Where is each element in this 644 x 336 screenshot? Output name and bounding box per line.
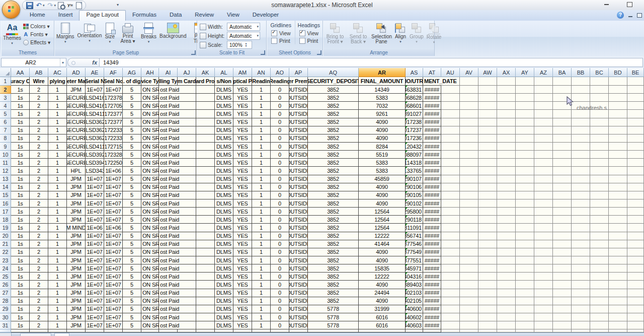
cell-AO6[interactable]: 0 (271, 118, 289, 126)
cell[interactable] (590, 118, 609, 126)
row-header-6[interactable]: 6 (0, 118, 11, 126)
cell[interactable] (441, 175, 460, 183)
cell[interactable] (572, 264, 590, 273)
fonts-button[interactable]: AFonts▾ (23, 31, 50, 38)
cell[interactable] (516, 135, 534, 143)
cell[interactable] (627, 208, 644, 216)
select-all-corner[interactable] (0, 68, 11, 77)
cell-AL25[interactable]: DLMS (215, 273, 233, 281)
cell[interactable] (478, 151, 497, 159)
cell-AQ30[interactable]: 5778 (308, 313, 359, 321)
cell-AD26[interactable]: JPM (67, 281, 86, 289)
cell[interactable] (178, 199, 196, 208)
cell[interactable] (196, 175, 215, 183)
cell-AM2[interactable]: YES (233, 86, 252, 94)
cell-AO9[interactable]: 0 (271, 143, 289, 151)
row-header-5[interactable]: 5 (0, 110, 11, 118)
cell[interactable] (627, 77, 644, 86)
cell[interactable] (441, 118, 460, 126)
cell[interactable] (590, 126, 609, 135)
column-header-AK[interactable]: AK (196, 68, 215, 77)
cell[interactable] (609, 289, 627, 297)
cell[interactable] (478, 118, 497, 126)
background-button[interactable]: Background (158, 21, 188, 39)
cell[interactable] (627, 199, 644, 208)
cell[interactable] (478, 297, 497, 305)
cell-AA13[interactable]: 1s (11, 175, 30, 183)
cell[interactable] (609, 208, 627, 216)
cell-AT12[interactable]: ##### (423, 167, 441, 175)
cell[interactable] (460, 143, 478, 151)
cell[interactable] (590, 183, 609, 191)
cell-AN7[interactable]: 1 (252, 126, 271, 135)
cell[interactable] (516, 183, 534, 191)
cell-AD18[interactable]: JPM (67, 216, 86, 224)
cell[interactable] (497, 77, 516, 86)
cell-AA24[interactable]: 1s (11, 264, 30, 273)
help-button[interactable]: ? (617, 12, 624, 19)
cell-AM19[interactable]: YES (233, 224, 252, 232)
cell-AT11[interactable]: ##### (423, 159, 441, 167)
cell[interactable] (441, 248, 460, 256)
cell-AN18[interactable]: 1 (252, 216, 271, 224)
cell[interactable] (196, 94, 215, 102)
cell[interactable] (460, 94, 478, 102)
cell[interactable] (553, 313, 572, 321)
cell-AD21[interactable]: JPM (67, 240, 86, 248)
cell-AE28[interactable]: 1E+07 (86, 297, 104, 305)
cell[interactable] (516, 118, 534, 126)
cell-AE17[interactable]: 1E+07 (86, 208, 104, 216)
cell[interactable] (441, 273, 460, 281)
cell[interactable] (516, 240, 534, 248)
cell-AO2[interactable]: 0 (271, 86, 289, 94)
cell-AO1[interactable]: Reading (271, 77, 289, 86)
insert-function-button[interactable]: fx (67, 58, 102, 67)
cell[interactable] (590, 289, 609, 297)
cell-AB12[interactable]: 2 (30, 167, 48, 175)
cell[interactable] (441, 264, 460, 273)
cell-AP21[interactable]: OUTSIDE (289, 240, 308, 248)
cell-AF8[interactable]: 172233 (104, 135, 123, 143)
cell[interactable] (460, 86, 478, 94)
cell-AG11[interactable]: 5 (123, 159, 141, 167)
cell-AN3[interactable]: 1 (252, 94, 271, 102)
page-setup-dialog-launcher[interactable] (191, 50, 196, 55)
cell[interactable] (572, 77, 590, 86)
cell-AG20[interactable]: 5 (123, 232, 141, 240)
cell[interactable] (572, 313, 590, 321)
cell[interactable] (178, 175, 196, 183)
cell-AC26[interactable]: 1 (48, 281, 67, 289)
cell-AB1[interactable]: Wire (30, 77, 48, 86)
cell[interactable] (178, 110, 196, 118)
cell[interactable] (590, 281, 609, 289)
cell[interactable] (553, 118, 572, 126)
cell-AF2[interactable]: 1E+07 (104, 86, 123, 94)
cell-AG15[interactable]: 5 (123, 191, 141, 199)
cell-AD16[interactable]: JPM (67, 199, 86, 208)
cell[interactable] (609, 167, 627, 175)
cell-AI28[interactable]: ost Paid (159, 297, 178, 305)
cell[interactable] (460, 273, 478, 281)
cell-AM21[interactable]: YES (233, 240, 252, 248)
cell[interactable] (609, 191, 627, 199)
cell-AS22[interactable]: 377549 (406, 248, 423, 256)
cell-AN24[interactable]: 1 (252, 264, 271, 273)
cell[interactable] (460, 305, 478, 313)
cell[interactable] (460, 289, 478, 297)
cell-AE20[interactable]: 1E+07 (86, 232, 104, 240)
cell-AS18[interactable]: 290118 (406, 216, 423, 224)
cell[interactable] (609, 86, 627, 94)
cell[interactable] (178, 273, 196, 281)
cell[interactable] (497, 102, 516, 110)
cell[interactable] (497, 167, 516, 175)
cell[interactable] (516, 232, 534, 240)
cell-AN14[interactable]: 1 (252, 183, 271, 191)
cell-AI27[interactable]: ost Paid (159, 289, 178, 297)
cell-AR26[interactable]: 4090 (359, 281, 406, 289)
cell[interactable] (627, 224, 644, 232)
cell[interactable] (178, 167, 196, 175)
cell-AT13[interactable]: ##### (423, 175, 441, 183)
cell[interactable] (590, 159, 609, 167)
cell-AD11[interactable]: SECURE (67, 159, 86, 167)
cell[interactable] (627, 240, 644, 248)
